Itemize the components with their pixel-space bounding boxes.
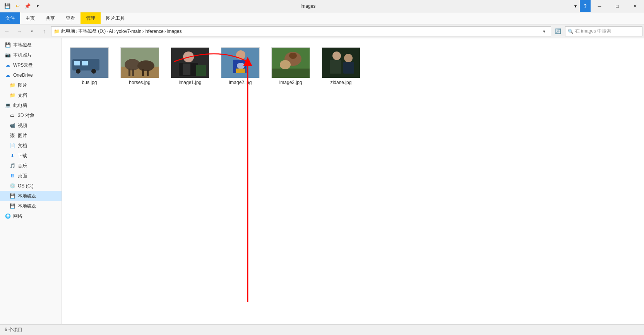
close-button[interactable]: ✕ [626, 0, 644, 12]
bus-thumb-svg [70, 47, 108, 78]
crumb-d[interactable]: 本地磁盘 (D:) [78, 28, 106, 34]
crumb-inference[interactable]: inference [144, 29, 163, 34]
quick-access-toolbar: 💾 ↩ 📌 ▾ [0, 2, 45, 10]
address-box[interactable]: 📁 此电脑 › 本地磁盘 (D:) › AI › yolov7-main › i… [51, 26, 551, 36]
svg-rect-19 [196, 65, 206, 76]
svg-rect-32 [330, 60, 341, 74]
refresh-button[interactable]: 🔄 [553, 26, 564, 37]
sidebar-item-pictures[interactable]: 🖼 图片 [0, 131, 62, 141]
svg-point-31 [332, 52, 341, 60]
file-item-image1[interactable]: image1.jpg [169, 45, 211, 88]
tab-home[interactable]: 主页 [20, 12, 40, 24]
sidebar-item-os-c[interactable]: 💿 OS (C:) [0, 181, 62, 191]
qat-save-icon[interactable]: 💾 [3, 2, 12, 10]
music-icon: 🎵 [9, 163, 15, 169]
sidebar-item-this-pc[interactable]: 💻 此电脑 [0, 100, 62, 110]
sidebar-item-downloads[interactable]: ⬇ 下载 [0, 151, 62, 161]
sidebar-item-pictures-folder[interactable]: 📁 图片 [0, 80, 62, 90]
maximize-button[interactable]: □ [608, 0, 626, 12]
file-thumb-zidane [322, 47, 360, 78]
3d-icon: 🗂 [9, 112, 15, 119]
file-item-bus[interactable]: bus.jpg [68, 45, 111, 88]
svg-rect-26 [272, 69, 310, 78]
network-icon: 🌐 [5, 213, 11, 219]
pictures-icon: 🖼 [9, 132, 15, 139]
sidebar-item-desktop[interactable]: 🖥 桌面 [0, 171, 62, 181]
qat-undo-icon[interactable]: ↩ [13, 2, 22, 10]
tab-share[interactable]: 共享 [40, 12, 60, 24]
sidebar-item-local-disk-sel[interactable]: 💾 本地磁盘 [0, 191, 62, 201]
tab-picture-tools[interactable]: 图片工具 [101, 12, 130, 24]
sidebar-label: 音乐 [18, 163, 58, 169]
pc-icon: 💻 [5, 102, 11, 108]
file-name-bus: bus.jpg [82, 80, 97, 85]
help-button[interactable]: ▾ [571, 0, 580, 12]
video-icon: 📹 [9, 122, 15, 129]
svg-rect-24 [236, 69, 245, 73]
sidebar-item-documents[interactable]: 📄 文档 [0, 141, 62, 151]
sidebar-item-network[interactable]: 🌐 网络 [0, 211, 62, 221]
folder-icon: 📁 [54, 29, 60, 34]
local-disk-icon: 💾 [9, 193, 15, 199]
crumb-yolov7[interactable]: yolov7-main [116, 29, 142, 34]
svg-rect-14 [147, 70, 149, 76]
local-disk2-icon: 💾 [9, 203, 15, 209]
crumb-images[interactable]: images [167, 29, 182, 34]
tab-manage[interactable]: 管理 [80, 12, 101, 24]
ribbon-tab-row: 文件 主页 共享 查看 管理 图片工具 [0, 12, 644, 24]
qat-pin-icon[interactable]: 📌 [23, 2, 32, 10]
file-area: bus.jpg horses.jpg [62, 38, 644, 325]
status-bar: 6 个项目 [0, 324, 644, 335]
sidebar-item-video[interactable]: 📹 视频 [0, 120, 62, 131]
file-item-image3[interactable]: image3.jpg [269, 45, 312, 88]
sidebar-item-wps[interactable]: ☁ WPS云盘 [0, 60, 62, 70]
sidebar-label: 3D 对象 [18, 112, 58, 119]
back-button[interactable]: ← [2, 26, 12, 37]
file-thumb-image3 [271, 47, 310, 78]
svg-point-16 [183, 52, 194, 62]
file-name-image1: image1.jpg [179, 80, 202, 85]
help-icon[interactable]: ? [580, 0, 591, 12]
sidebar-item-3d-objects[interactable]: 🗂 3D 对象 [0, 110, 62, 120]
sidebar-label: 图片 [18, 132, 58, 139]
sidebar-item-local-disk-1[interactable]: 💾 本地磁盘 [0, 40, 62, 50]
sidebar-label: 图片 [18, 82, 58, 89]
svg-point-28 [280, 60, 291, 69]
item-count: 6 个项目 [5, 326, 22, 333]
search-box[interactable]: 🔍 在 images 中搜索 [565, 26, 642, 36]
sidebar-item-documents-folder[interactable]: 📁 文档 [0, 90, 62, 100]
forward-button[interactable]: → [14, 26, 25, 37]
search-placeholder: 在 images 中搜索 [575, 28, 611, 34]
wps-icon: ☁ [5, 62, 11, 68]
file-name-horses: horses.jpg [129, 80, 150, 85]
recent-locations-button[interactable]: ▾ [26, 26, 37, 37]
up-button[interactable]: ↑ [39, 26, 50, 37]
file-grid: bus.jpg horses.jpg [68, 45, 638, 88]
image1-thumb-svg [171, 47, 209, 78]
svg-point-10 [137, 60, 154, 71]
crumb-pc[interactable]: 此电脑 [61, 28, 75, 34]
address-bar-row: ← → ▾ ↑ 📁 此电脑 › 本地磁盘 (D:) › AI › yolov7-… [0, 24, 644, 38]
minimize-button[interactable]: ─ [591, 0, 608, 12]
file-thumb-image2 [221, 47, 260, 78]
address-dropdown-button[interactable]: ▾ [540, 27, 548, 36]
file-item-horses[interactable]: horses.jpg [118, 45, 161, 88]
file-item-image2[interactable]: image2.jpg [219, 45, 262, 88]
svg-point-23 [237, 63, 245, 69]
sidebar-label: 桌面 [18, 173, 58, 179]
sidebar-item-local-disk-2[interactable]: 💾 本地磁盘 [0, 201, 62, 211]
photo-icon: 📷 [5, 52, 11, 58]
breadcrumb: 此电脑 › 本地磁盘 (D:) › AI › yolov7-main › inf… [61, 28, 182, 34]
sidebar-label: 视频 [18, 122, 58, 129]
qat-dropdown-icon[interactable]: ▾ [33, 2, 42, 10]
file-item-zidane[interactable]: zidane.jpg [320, 45, 362, 88]
tab-view[interactable]: 查看 [60, 12, 80, 24]
sidebar-item-photos[interactable]: 📷 本机照片 [0, 50, 62, 60]
tab-file[interactable]: 文件 [0, 12, 20, 24]
sidebar-item-music[interactable]: 🎵 音乐 [0, 161, 62, 171]
image3-thumb-svg [272, 47, 310, 78]
zidane-thumb-svg [322, 47, 360, 78]
sidebar-item-onedrive[interactable]: ☁ OneDrive [0, 70, 62, 80]
sidebar-label: 本机照片 [13, 52, 58, 58]
crumb-ai[interactable]: AI [109, 29, 113, 34]
